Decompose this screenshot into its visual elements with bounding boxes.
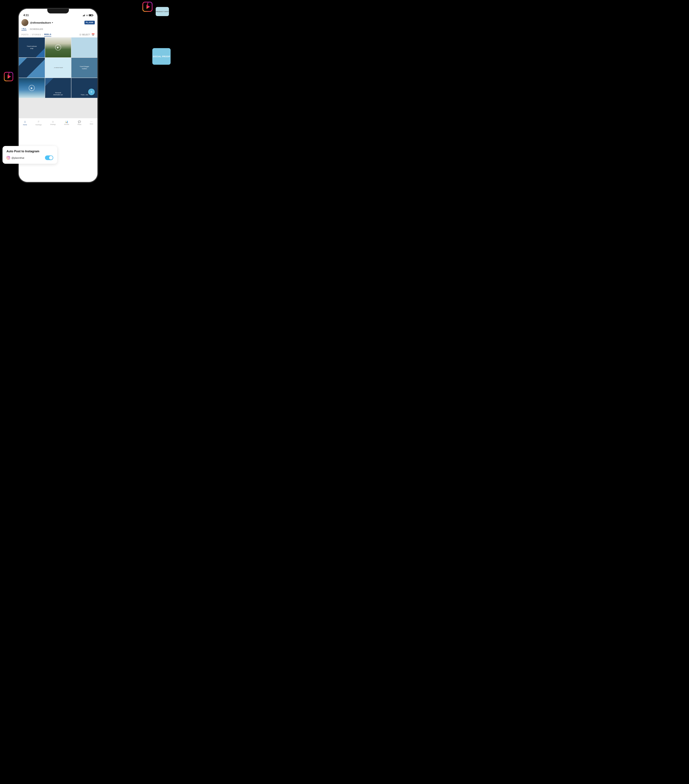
grid-cell-2[interactable]: ▶ bbox=[45, 38, 71, 58]
svg-line-9 bbox=[8, 72, 9, 75]
plann-badge: PLANN bbox=[84, 21, 95, 25]
nav-label-more: More bbox=[90, 123, 93, 125]
grid-cell-8-text: Personaldestination pic bbox=[53, 91, 64, 97]
grid-cell-8[interactable]: Personaldestination pic bbox=[45, 78, 71, 98]
more-icon: ••• bbox=[91, 121, 93, 123]
signal-bar-4 bbox=[85, 14, 85, 16]
status-icons: ⊜ bbox=[83, 14, 93, 16]
battery-fill bbox=[89, 15, 91, 16]
select-button[interactable]: ☑ SELECT bbox=[79, 33, 90, 36]
nav-label-home: Home bbox=[23, 124, 27, 125]
nav-label-hashtags: Hashtags bbox=[35, 124, 42, 125]
grid-cell-9-text: Trave...nce bbox=[80, 93, 89, 97]
notch bbox=[47, 9, 69, 13]
header: @oliveandauburn ▼ PLANN bbox=[19, 18, 97, 27]
svg-marker-1 bbox=[147, 5, 150, 9]
filter-tab-scheduled[interactable]: 〈 SCHEDULED bbox=[29, 28, 43, 30]
grid-cell-6-text: Travel bloggerrealities bbox=[79, 65, 90, 70]
avatar bbox=[21, 19, 28, 26]
content-tabs: POSTS | STORIES | REELS ☑ SELECT 📅 bbox=[19, 32, 97, 38]
auto-post-account: @plannthat bbox=[12, 156, 24, 159]
filter-icon-scheduled: 〈 bbox=[29, 28, 30, 30]
nav-item-hashtags[interactable]: # Hashtags bbox=[35, 120, 42, 125]
svg-line-4 bbox=[148, 2, 148, 5]
signal-bar-2 bbox=[84, 15, 84, 16]
reply-icon: 💬 bbox=[78, 120, 81, 123]
grid-cell-7[interactable]: ▶ bbox=[19, 78, 45, 98]
grid-cell-9[interactable]: Trave...nce + bbox=[71, 78, 97, 98]
nav-label-strategy: Strategy bbox=[50, 124, 56, 125]
svg-point-11 bbox=[8, 157, 9, 158]
filter-tab-all[interactable]: 〈 ALL bbox=[21, 28, 26, 31]
select-label: SELECT bbox=[82, 33, 90, 36]
svg-point-12 bbox=[9, 157, 9, 157]
tab-stories[interactable]: STORIES bbox=[32, 33, 41, 36]
grid-cell-5[interactable]: ...te about travel bbox=[45, 58, 71, 77]
play-button-2[interactable]: ▶ bbox=[55, 44, 61, 50]
signal-bar-3 bbox=[84, 15, 85, 16]
nav-item-home[interactable]: ⌂ Home bbox=[23, 120, 27, 125]
results-icon: 📊 bbox=[65, 120, 68, 123]
signal-bar-1 bbox=[83, 16, 83, 16]
chevron-down-icon: ▼ bbox=[52, 22, 53, 23]
avatar-image bbox=[21, 19, 28, 26]
filter-tab-scheduled-label: SCHEDULED bbox=[30, 28, 43, 30]
product-shot-card: PRODUCT SHOT bbox=[156, 7, 169, 16]
account-name[interactable]: @oliveandauburn ▼ bbox=[30, 21, 53, 24]
account-handle: @oliveandauburn bbox=[30, 21, 51, 24]
nav-label-reply: Reply bbox=[77, 124, 81, 125]
product-shot-label: PRODUCT SHOT bbox=[156, 11, 169, 12]
hashtag-icon: # bbox=[38, 120, 40, 124]
instagram-icon bbox=[7, 156, 10, 160]
add-button[interactable]: + bbox=[88, 89, 95, 95]
play-button-7[interactable]: ▶ bbox=[29, 85, 35, 91]
grid-cell-3 bbox=[71, 38, 97, 58]
auto-post-card: Auto Post to Instagram @plannthat bbox=[2, 146, 57, 164]
grid-cell-1-text: Travel suitcasesnap bbox=[26, 44, 37, 50]
tab-sep-1: | bbox=[30, 33, 30, 36]
reels-icon-left bbox=[3, 71, 14, 82]
grid-cell-4 bbox=[19, 58, 45, 77]
tab-reels[interactable]: REELS bbox=[44, 33, 51, 37]
grid-cell-1[interactable]: Travel suitcasesnap bbox=[19, 38, 45, 58]
auto-post-title: Auto Post to Instagram bbox=[7, 150, 53, 153]
auto-post-toggle[interactable] bbox=[45, 155, 53, 160]
grid-cell-6[interactable]: Travel bloggerrealities bbox=[71, 58, 97, 77]
filter-icon-all: 〈 bbox=[21, 28, 22, 30]
svg-rect-10 bbox=[7, 156, 10, 159]
filter-tabs: 〈 ALL 〈 SCHEDULED bbox=[19, 27, 97, 32]
nav-item-reply[interactable]: 💬 Reply bbox=[77, 120, 81, 125]
photo-grid: Travel suitcasesnap ▶ ...te about travel… bbox=[19, 38, 97, 118]
content-tab-group: POSTS | STORIES | REELS bbox=[21, 33, 51, 37]
tab-posts[interactable]: POSTS bbox=[21, 33, 28, 36]
tab-sep-2: | bbox=[42, 33, 43, 36]
svg-marker-6 bbox=[8, 74, 11, 79]
nav-label-results: Results bbox=[64, 124, 69, 125]
filter-tab-all-label: ALL bbox=[23, 28, 27, 30]
bottom-nav: ⌂ Home # Hashtags ⊞ Strategy 📊 Results 💬 bbox=[19, 118, 97, 128]
nav-item-strategy[interactable]: ⊞ Strategy bbox=[50, 120, 56, 125]
nav-item-results[interactable]: 📊 Results bbox=[64, 120, 69, 125]
strategy-icon: ⊞ bbox=[52, 120, 54, 123]
account-info[interactable]: @oliveandauburn ▼ bbox=[21, 19, 53, 26]
status-time: 4:11 bbox=[23, 14, 29, 17]
home-icon: ⌂ bbox=[24, 120, 26, 124]
add-icon[interactable]: 📅 bbox=[91, 33, 95, 36]
grid-cell-5-text: ...te about travel bbox=[53, 66, 63, 69]
social-proof-card: SOCIAL PROOF bbox=[152, 48, 171, 65]
wifi-icon: ⊜ bbox=[86, 14, 88, 16]
social-proof-label: SOCIAL PROOF bbox=[153, 55, 170, 58]
reels-icon-top bbox=[142, 1, 154, 13]
content-actions: ☑ SELECT 📅 bbox=[79, 33, 95, 36]
select-icon: ☑ bbox=[79, 33, 81, 36]
nav-item-more[interactable]: ••• More bbox=[90, 121, 93, 125]
signal-bars bbox=[83, 14, 85, 16]
battery-icon bbox=[89, 14, 93, 16]
